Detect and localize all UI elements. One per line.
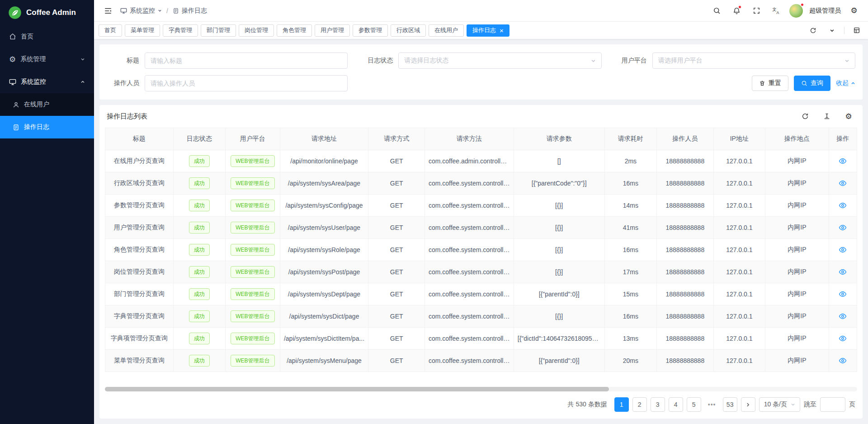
cell-platform: WEB管理后台 bbox=[226, 195, 280, 217]
fullscreen-icon[interactable] bbox=[750, 4, 763, 18]
title-input[interactable] bbox=[145, 52, 348, 69]
view-detail-eye-icon[interactable] bbox=[839, 246, 847, 254]
translate-icon[interactable]: 文A bbox=[769, 4, 783, 18]
cell-params: [{}] bbox=[514, 239, 604, 261]
page-button-1[interactable]: 1 bbox=[614, 397, 629, 412]
view-detail-eye-icon[interactable] bbox=[839, 224, 847, 232]
column-header: 操作 bbox=[829, 128, 857, 150]
cell-title: 参数管理分页查询 bbox=[105, 195, 174, 217]
cell-url: /api/system/sysArea/page bbox=[280, 172, 368, 195]
platform-select[interactable]: 请选择用户平台 bbox=[652, 52, 855, 69]
cell-location: 内网IP bbox=[765, 305, 829, 328]
table-refresh-icon[interactable] bbox=[798, 110, 812, 123]
cell-status: 成功 bbox=[173, 172, 225, 195]
horizontal-scrollbar-track[interactable] bbox=[105, 387, 857, 391]
view-detail-eye-icon[interactable] bbox=[839, 312, 847, 320]
username[interactable]: 超级管理员 bbox=[809, 7, 841, 15]
cell-params: [{}] bbox=[514, 217, 604, 239]
tab-用户管理[interactable]: 用户管理 bbox=[315, 24, 350, 37]
tab-在线用户[interactable]: 在线用户 bbox=[429, 24, 464, 37]
cell-params: [] bbox=[514, 150, 604, 172]
view-detail-eye-icon[interactable] bbox=[839, 268, 847, 276]
settings-gear-icon[interactable]: ⚙ bbox=[847, 4, 861, 18]
notification-bell-icon[interactable] bbox=[730, 4, 743, 18]
tab-close-icon[interactable]: × bbox=[500, 27, 504, 34]
page-button-5[interactable]: 5 bbox=[687, 397, 701, 412]
status-badge: 成功 bbox=[189, 222, 210, 233]
sidebar-item-online-users[interactable]: 在线用户 bbox=[0, 93, 94, 116]
next-page-button[interactable] bbox=[741, 397, 755, 412]
avatar[interactable] bbox=[789, 4, 803, 18]
platform-field: 用户平台 请选择用户平台 bbox=[614, 52, 855, 69]
pagination-ellipsis[interactable]: ••• bbox=[705, 397, 719, 412]
cell-operator: 18888888888 bbox=[657, 195, 714, 217]
menu-label: 在线用户 bbox=[24, 100, 49, 109]
view-detail-eye-icon[interactable] bbox=[839, 357, 847, 365]
row-density-icon[interactable] bbox=[820, 110, 834, 123]
page-button-3[interactable]: 3 bbox=[651, 397, 665, 412]
jump-page-input[interactable] bbox=[820, 397, 845, 412]
sidebar-collapse-icon[interactable] bbox=[101, 4, 115, 18]
column-header: IP地址 bbox=[713, 128, 765, 150]
tab-options-chevron-down-icon[interactable] bbox=[825, 24, 839, 37]
collapse-filter-link[interactable]: 收起 bbox=[836, 79, 855, 87]
operator-input[interactable] bbox=[145, 75, 348, 91]
table-row: 用户管理分页查询成功WEB管理后台/api/system/sysUser/pag… bbox=[105, 217, 857, 239]
tab-菜单管理[interactable]: 菜单管理 bbox=[125, 24, 160, 37]
cell-params: [{"parentId":0}] bbox=[514, 350, 604, 372]
log-list-panel: 操作日志列表 ⚙ 标题日志状态用户平台请求地址请求方式请求方法请求参数请求耗时操… bbox=[99, 105, 863, 419]
cell-ip: 127.0.0.1 bbox=[713, 195, 765, 217]
tab-操作日志[interactable]: 操作日志× bbox=[467, 24, 509, 37]
cell-params: [{"parentCode":"0"}] bbox=[514, 172, 604, 195]
tab-角色管理[interactable]: 角色管理 bbox=[277, 24, 312, 37]
status-select[interactable]: 请选择日志状态 bbox=[398, 52, 601, 69]
cell-method: GET bbox=[368, 261, 425, 283]
sidebar-item-system-monitor[interactable]: 系统监控 bbox=[0, 71, 94, 93]
tab-岗位管理[interactable]: 岗位管理 bbox=[239, 24, 274, 37]
cell-location: 内网IP bbox=[765, 328, 829, 350]
table-row: 角色管理分页查询成功WEB管理后台/api/system/sysRole/pag… bbox=[105, 239, 857, 261]
sidebar-item-home[interactable]: 首页 bbox=[0, 25, 94, 48]
view-detail-eye-icon[interactable] bbox=[839, 179, 847, 187]
column-settings-gear-icon[interactable]: ⚙ bbox=[842, 110, 855, 123]
tab-首页[interactable]: 首页 bbox=[99, 24, 122, 37]
tab-字典管理[interactable]: 字典管理 bbox=[163, 24, 198, 37]
chevron-down-icon bbox=[158, 9, 162, 13]
tab-行政区域[interactable]: 行政区域 bbox=[391, 24, 426, 37]
horizontal-scrollbar-thumb[interactable] bbox=[105, 387, 609, 391]
view-detail-eye-icon[interactable] bbox=[839, 290, 847, 298]
cell-location: 内网IP bbox=[765, 261, 829, 283]
cell-platform: WEB管理后台 bbox=[226, 150, 280, 172]
platform-select-placeholder: 请选择用户平台 bbox=[658, 57, 703, 65]
log-document-icon bbox=[13, 124, 19, 131]
page-button-4[interactable]: 4 bbox=[669, 397, 683, 412]
cell-platform: WEB管理后台 bbox=[226, 350, 280, 372]
search-button[interactable]: 查询 bbox=[794, 76, 830, 91]
chevron-right-icon bbox=[745, 402, 750, 407]
tab-部门管理[interactable]: 部门管理 bbox=[201, 24, 236, 37]
reset-button[interactable]: 重置 bbox=[752, 76, 788, 91]
view-detail-eye-icon[interactable] bbox=[839, 334, 847, 343]
page-button-53[interactable]: 53 bbox=[723, 397, 737, 412]
tab-bar-actions bbox=[802, 24, 863, 37]
table-row: 字典管理分页查询成功WEB管理后台/api/system/sysDict/pag… bbox=[105, 305, 857, 328]
view-detail-eye-icon[interactable] bbox=[839, 201, 847, 210]
cell-operator: 18888888888 bbox=[657, 239, 714, 261]
refresh-icon[interactable] bbox=[806, 24, 820, 37]
cell-method: GET bbox=[368, 283, 425, 305]
breadcrumb-parent[interactable]: 系统监控 bbox=[120, 7, 162, 15]
sidebar-item-operation-log[interactable]: 操作日志 bbox=[0, 116, 94, 138]
sidebar-item-system-management[interactable]: ⚙ 系统管理 bbox=[0, 48, 94, 71]
monitor-icon bbox=[9, 78, 16, 86]
cell-params: [{}] bbox=[514, 261, 604, 283]
page-size-select[interactable]: 10 条/页 bbox=[759, 397, 800, 412]
tab-bar: 首页菜单管理字典管理部门管理岗位管理角色管理用户管理参数管理行政区域在线用户操作… bbox=[94, 22, 868, 39]
search-icon[interactable] bbox=[710, 4, 723, 18]
tab-参数管理[interactable]: 参数管理 bbox=[353, 24, 388, 37]
page-button-2[interactable]: 2 bbox=[632, 397, 647, 412]
cell-duration: 16ms bbox=[604, 239, 656, 261]
view-detail-eye-icon[interactable] bbox=[839, 157, 847, 165]
cell-params: [{"parentId":0}] bbox=[514, 283, 604, 305]
layout-panel-icon[interactable] bbox=[850, 24, 863, 37]
column-header: 操作地点 bbox=[765, 128, 829, 150]
